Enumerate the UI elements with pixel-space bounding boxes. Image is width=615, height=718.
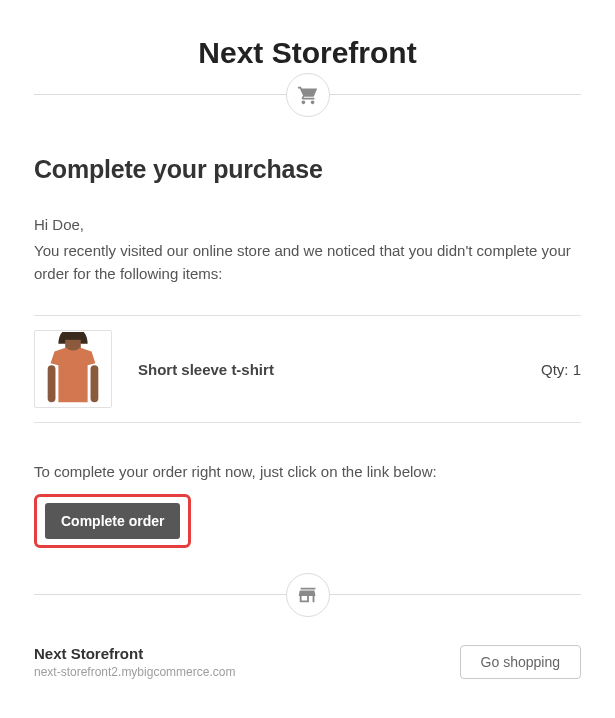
footer-store-info: Next Storefront next-storefront2.mybigco…: [34, 645, 235, 679]
product-name: Short sleeve t-shirt: [138, 361, 541, 378]
product-qty: Qty: 1: [541, 361, 581, 378]
cart-icon: [286, 73, 330, 117]
svg-rect-2: [91, 365, 99, 402]
footer: Next Storefront next-storefront2.mybigco…: [34, 645, 581, 699]
footer-store-domain: next-storefront2.mybigcommerce.com: [34, 665, 235, 679]
go-shopping-button[interactable]: Go shopping: [460, 645, 581, 679]
lead-text: You recently visited our online store an…: [34, 239, 581, 286]
complete-order-button[interactable]: Complete order: [45, 503, 180, 539]
divider-bottom: [34, 594, 581, 595]
store-icon: [286, 573, 330, 617]
svg-rect-1: [48, 365, 56, 402]
store-title: Next Storefront: [34, 36, 581, 70]
greeting-text: Hi Doe,: [34, 214, 581, 237]
product-thumbnail: [34, 330, 112, 408]
divider-top: [34, 94, 581, 95]
cart-item-row: Short sleeve t-shirt Qty: 1: [34, 315, 581, 423]
page-heading: Complete your purchase: [34, 155, 581, 184]
instruction-text: To complete your order right now, just c…: [34, 463, 581, 480]
complete-order-highlight: Complete order: [34, 494, 191, 548]
footer-store-name: Next Storefront: [34, 645, 235, 662]
